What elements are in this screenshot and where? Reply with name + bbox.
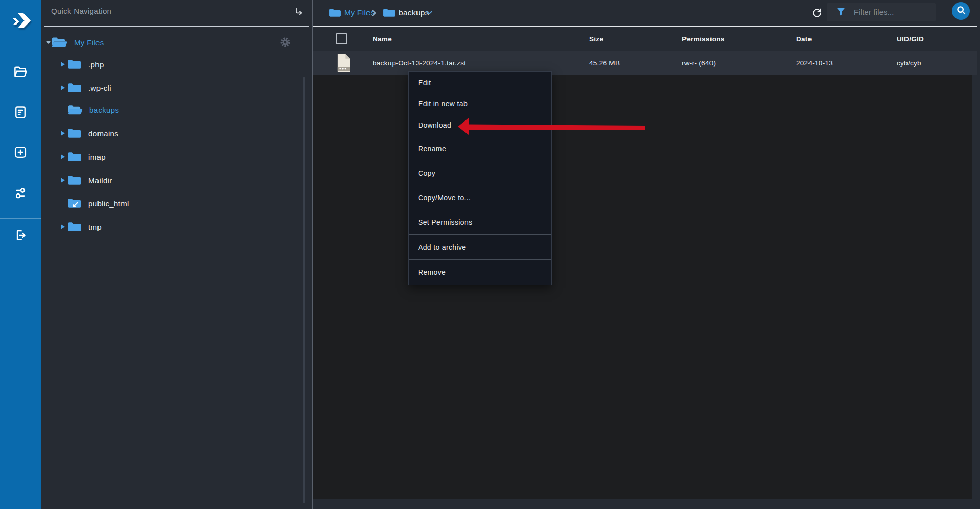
caret-right-icon[interactable] <box>58 224 67 230</box>
column-header-uid-gid[interactable]: UID/GID <box>897 27 924 51</box>
caret-down-icon[interactable] <box>41 40 51 45</box>
jump-to-folder-icon[interactable] <box>293 7 304 20</box>
filter-funnel-icon <box>836 7 846 18</box>
tree-item-php[interactable]: .php <box>41 57 299 72</box>
folder-icon <box>67 175 82 186</box>
breadcrumb-current-label: backups <box>399 0 429 26</box>
cell-file-uid-gid: cyb/cyb <box>897 51 921 75</box>
folder-symlink-icon <box>67 198 82 209</box>
column-header-permissions[interactable]: Permissions <box>682 27 725 51</box>
caret-right-icon[interactable] <box>58 177 67 183</box>
logout-icon <box>13 228 28 245</box>
app-sidebar <box>0 0 41 509</box>
filter-files-field[interactable] <box>827 3 936 21</box>
menu-item-set-permissions[interactable]: Set Permissions <box>409 210 551 234</box>
folder-icon <box>67 128 82 139</box>
plus-square-icon <box>13 145 28 161</box>
breadcrumb-root-folder-icon <box>329 0 341 26</box>
folder-open-icon <box>51 36 67 49</box>
column-header-size[interactable]: Size <box>589 27 603 51</box>
cell-file-size: 45.26 MB <box>589 51 620 75</box>
create-new-nav-button[interactable] <box>0 144 41 162</box>
folder-open-icon <box>67 104 83 116</box>
context-menu-section: Add to archive <box>409 234 551 259</box>
file-manager-nav-button[interactable] <box>0 64 41 82</box>
breadcrumb-current-folder-icon <box>383 0 396 26</box>
logs-nav-button[interactable] <box>0 105 41 122</box>
gear-icon[interactable] <box>280 37 291 50</box>
refresh-button[interactable] <box>811 0 823 26</box>
cell-file-permissions: rw-r- (640) <box>682 51 716 75</box>
menu-item-rename[interactable]: Rename <box>409 136 551 161</box>
folder-icon <box>67 82 82 93</box>
tree-item-label[interactable]: My Files <box>74 38 104 47</box>
tree-item-wp-cli[interactable]: .wp-cli <box>41 80 299 95</box>
breadcrumb-dropdown-icon[interactable] <box>426 0 433 26</box>
tree-item-domains[interactable]: domains <box>41 126 299 141</box>
caret-right-icon[interactable] <box>58 130 67 136</box>
caret-right-icon[interactable] <box>58 61 67 67</box>
folder-open-icon <box>13 64 28 82</box>
file-table-header: Name Size Permissions Date UID/GID <box>312 27 977 51</box>
tree-item-imap[interactable]: imap <box>41 149 299 164</box>
share-nodes-icon <box>13 186 28 202</box>
tree-item-label[interactable]: tmp <box>88 223 102 231</box>
breadcrumb-toolbar: My Files backups <box>312 0 980 27</box>
tree-scrollbar[interactable] <box>303 77 305 503</box>
menu-item-edit[interactable]: Edit <box>409 72 551 93</box>
column-header-date[interactable]: Date <box>796 27 812 51</box>
tree-item-label[interactable]: Maildir <box>88 176 112 185</box>
folder-icon <box>67 151 82 162</box>
context-menu-section: Rename Copy Copy/Move to... Set Permissi… <box>409 136 551 234</box>
tree-item-tmp[interactable]: tmp <box>41 219 299 234</box>
tree-item-label[interactable]: backups <box>89 106 119 114</box>
search-button[interactable] <box>952 2 970 20</box>
column-header-name[interactable]: Name <box>373 27 392 51</box>
menu-item-remove[interactable]: Remove <box>409 260 551 285</box>
tree-item-my-files[interactable]: My Files <box>41 35 299 50</box>
archive-file-icon <box>336 54 351 75</box>
filter-files-input[interactable] <box>854 8 930 16</box>
tree-item-backups[interactable]: backups <box>41 102 299 117</box>
tree-item-maildir[interactable]: Maildir <box>41 173 299 188</box>
tree-item-public-html[interactable]: public_html <box>41 196 299 211</box>
cell-file-date: 2024-10-13 <box>796 51 833 75</box>
sidebar-divider <box>0 218 41 219</box>
quick-navigation-title: Quick Navigation <box>51 7 111 15</box>
menu-item-edit-in-new-tab[interactable]: Edit in new tab <box>409 93 551 115</box>
select-all-checkbox[interactable] <box>336 33 347 44</box>
menu-item-add-to-archive[interactable]: Add to archive <box>409 235 551 259</box>
settings-nav-button[interactable] <box>0 185 41 203</box>
menu-item-download[interactable]: Download <box>409 114 551 136</box>
breadcrumb-separator-icon <box>371 0 377 26</box>
app-logo-icon <box>8 7 33 32</box>
file-context-menu: Edit Edit in new tab Download Rename Cop… <box>408 71 552 285</box>
panel-divider <box>44 26 309 27</box>
context-menu-section: Edit Edit in new tab Download <box>409 72 551 136</box>
quick-navigation-panel: Quick Navigation My Files <box>41 0 313 509</box>
caret-right-icon[interactable] <box>58 154 67 160</box>
file-manager-window: Quick Navigation My Files <box>0 0 980 509</box>
file-text-icon <box>13 105 28 122</box>
logout-button[interactable] <box>0 228 41 245</box>
tree-item-label[interactable]: public_html <box>88 199 129 208</box>
tree-item-label[interactable]: .php <box>88 60 104 69</box>
folder-icon <box>67 221 82 232</box>
context-menu-section: Remove <box>409 259 551 285</box>
caret-right-icon[interactable] <box>58 85 67 91</box>
tree-item-label[interactable]: .wp-cli <box>88 84 111 92</box>
tree-item-label[interactable]: domains <box>88 129 118 138</box>
menu-item-copy-move-to[interactable]: Copy/Move to... <box>409 185 551 210</box>
breadcrumb-root-link[interactable]: My Files <box>344 0 375 26</box>
tree-item-label[interactable]: imap <box>88 153 106 161</box>
search-icon <box>956 5 966 17</box>
menu-item-copy[interactable]: Copy <box>409 161 551 185</box>
folder-icon <box>67 59 82 70</box>
